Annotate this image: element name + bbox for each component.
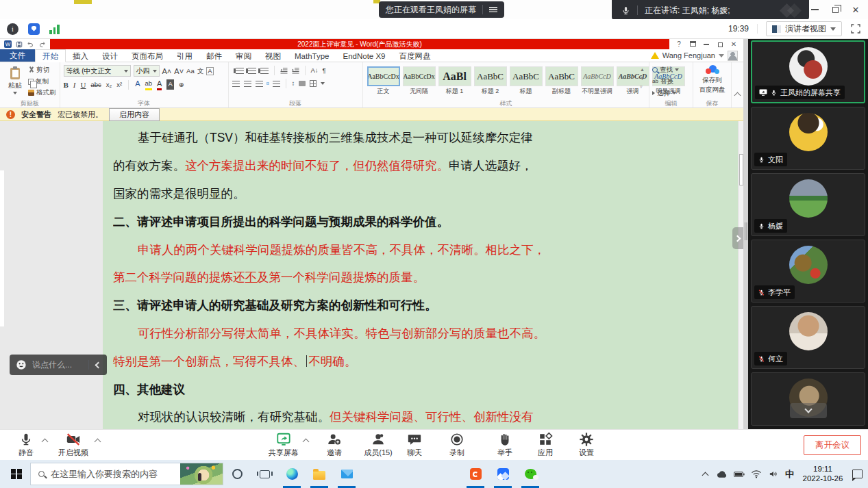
participant-tile[interactable]: 文阳	[751, 107, 865, 170]
start-video-button[interactable]: 开启视频	[52, 432, 95, 458]
scrollbar-thumb[interactable]	[739, 154, 743, 185]
style-title[interactable]: AaBbC标题	[509, 66, 543, 99]
multilevel-list-icon[interactable]	[260, 68, 269, 74]
font-color-button[interactable]: A	[157, 79, 162, 90]
chat-button[interactable]: 聊天	[393, 432, 436, 458]
account-area[interactable]: Wang Fengjuan	[651, 49, 743, 62]
tab-view[interactable]: 视图	[258, 49, 288, 62]
tab-references[interactable]: 引用	[170, 49, 199, 62]
sidebar-expand-handle[interactable]	[732, 227, 743, 249]
styles-scroll[interactable]: ▲▼▿	[639, 64, 645, 99]
italic-button[interactable]: I	[73, 80, 76, 90]
save-netdisk-button-line2[interactable]: 百度网盘	[699, 86, 726, 94]
raise-hand-button[interactable]: 举手	[484, 432, 526, 458]
record-button[interactable]: 录制	[436, 432, 478, 458]
paragraph-marks-icon[interactable]: ¶	[323, 66, 326, 75]
bold-button[interactable]: B	[64, 80, 69, 90]
tab-layout[interactable]: 页面布局	[125, 49, 170, 62]
taskbar-orange-app[interactable]	[462, 460, 489, 488]
apps-button[interactable]: 应用	[524, 432, 567, 458]
tab-endnote[interactable]: EndNote X9	[336, 49, 393, 62]
chat-quick-input[interactable]: 说点什么...	[10, 355, 107, 375]
line-spacing-icon[interactable]: ↕	[292, 79, 295, 88]
taskbar-edge[interactable]	[278, 460, 306, 488]
baidu-netdisk-icon[interactable]	[706, 65, 719, 75]
paste-button[interactable]: 粘贴	[3, 64, 27, 99]
save-netdisk-button[interactable]: 保存到	[702, 76, 722, 85]
undo-icon[interactable]	[27, 41, 34, 48]
subscript-button[interactable]: x₂	[106, 80, 112, 90]
font-name-select[interactable]: 等线 (中文正文	[64, 65, 131, 77]
invite-button[interactable]: 邀请	[313, 432, 356, 458]
taskbar-mail[interactable]	[333, 460, 360, 488]
menu-icon[interactable]	[489, 7, 497, 8]
document-page[interactable]: 基于硅通孔（TSV）和硅基转接板的三维集成技术是一种可以延续摩尔定律 的有效方案…	[103, 121, 738, 429]
style-heading2[interactable]: AaBbC标题 2	[473, 66, 508, 99]
find-button[interactable]: 查找	[652, 65, 690, 75]
speaker-icon[interactable]	[768, 469, 779, 480]
cortana-button[interactable]	[223, 460, 251, 488]
drag-grip[interactable]	[745, 222, 746, 240]
scroll-participants-button[interactable]	[790, 403, 827, 418]
redo-icon[interactable]	[38, 41, 46, 48]
change-case-icon[interactable]: Aa	[186, 66, 195, 76]
decrease-indent-icon[interactable]	[280, 68, 288, 74]
ribbon-options-button[interactable]	[686, 40, 699, 48]
numbering-icon[interactable]	[248, 68, 256, 74]
tab-insert[interactable]: 插入	[66, 49, 95, 62]
word-restore-button[interactable]	[713, 40, 727, 48]
grow-font-icon[interactable]: A˄	[162, 66, 172, 76]
emoji-icon[interactable]	[16, 359, 27, 370]
font-size-select[interactable]: 小四	[134, 65, 160, 77]
tab-design[interactable]: 设计	[95, 49, 125, 62]
collapse-ribbon-button[interactable]	[732, 62, 743, 107]
search-highlights-illustration[interactable]	[180, 463, 223, 485]
video-options-caret[interactable]	[95, 439, 101, 445]
tab-mailings[interactable]: 邮件	[199, 49, 229, 62]
tab-file[interactable]: 文件	[0, 49, 35, 62]
restore-button[interactable]	[827, 1, 843, 18]
select-button[interactable]: 选择	[652, 88, 690, 98]
align-center-icon[interactable]	[244, 81, 251, 87]
settings-button[interactable]: 设置	[565, 432, 608, 458]
save-icon[interactable]	[16, 41, 23, 48]
enclose-characters-button[interactable]: ⊕	[179, 80, 184, 90]
style-heading1[interactable]: AaBl标题 1	[438, 66, 472, 99]
fullscreen-button[interactable]	[850, 23, 861, 34]
share-options-caret[interactable]	[303, 439, 309, 445]
participant-tile[interactable]: 杨媛	[751, 173, 865, 236]
share-screen-button[interactable]: 共享屏幕	[262, 432, 305, 458]
increase-indent-icon[interactable]	[292, 68, 299, 74]
tab-home[interactable]: 开始	[35, 49, 66, 62]
taskbar-tencent-meeting[interactable]	[489, 460, 517, 488]
style-no-spacing[interactable]: AaBbCcDx无间隔	[402, 66, 436, 99]
underline-button[interactable]: U	[81, 80, 86, 90]
action-center-button[interactable]	[852, 469, 863, 480]
format-painter-button[interactable]: 格式刷	[28, 88, 56, 97]
meeting-info-icon[interactable]: i	[7, 23, 18, 35]
onedrive-cloud-icon[interactable]	[717, 469, 728, 480]
text-effects-button[interactable]: A	[135, 79, 140, 90]
bullets-icon[interactable]	[236, 68, 244, 74]
character-border-icon[interactable]: A	[206, 67, 213, 75]
character-shading-button[interactable]: A	[166, 79, 173, 90]
minimize-button[interactable]	[806, 1, 823, 18]
shading-icon[interactable]	[299, 81, 306, 86]
mute-button[interactable]: 静音	[5, 432, 47, 458]
taskbar-clock[interactable]: 19:11 2022-10-26	[800, 465, 845, 483]
network-quality-icon[interactable]	[49, 24, 60, 34]
hidden-icons-button[interactable]	[699, 469, 710, 480]
collapse-chat-icon[interactable]	[95, 361, 102, 368]
battery-icon[interactable]	[734, 469, 745, 480]
borders-icon[interactable]	[310, 80, 317, 87]
strikethrough-button[interactable]: abc	[90, 80, 101, 90]
taskbar-wechat[interactable]	[517, 460, 544, 488]
start-button[interactable]	[3, 460, 30, 488]
word-minimize-button[interactable]	[699, 40, 713, 48]
participant-tile[interactable]: 李学平	[751, 240, 865, 303]
mic-options-caret[interactable]	[42, 439, 48, 445]
align-left-icon[interactable]	[232, 81, 240, 87]
replace-button[interactable]: ab替换	[652, 77, 690, 86]
task-view-button[interactable]	[251, 460, 278, 488]
security-shield-icon[interactable]	[28, 23, 40, 35]
